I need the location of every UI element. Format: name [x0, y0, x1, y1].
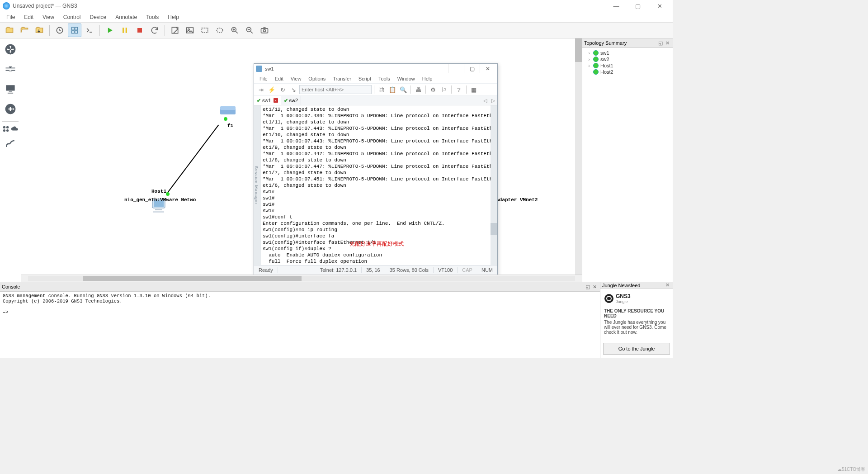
console-icon[interactable] [83, 24, 96, 37]
menu-edit[interactable]: Edit [19, 13, 38, 21]
close-button[interactable]: ✕ [649, 0, 670, 12]
menu-annotate[interactable]: Annotate [111, 13, 142, 21]
note-icon[interactable] [168, 24, 182, 37]
menu-file[interactable]: File [2, 13, 19, 21]
endhost-icon[interactable] [1, 80, 19, 98]
go-to-jungle-button[interactable]: Go to the Jungle [603, 343, 670, 355]
open-project-icon[interactable] [18, 24, 31, 37]
image-icon[interactable] [183, 24, 197, 37]
quick-connect-icon[interactable]: ⚡ [267, 85, 277, 95]
zoom-in-icon[interactable] [228, 24, 241, 37]
session-manager-sidebar[interactable]: Session Manager [254, 105, 261, 265]
console-header[interactable]: Console ◱ ✕ [0, 282, 600, 292]
tree-item-host1[interactable]: ›Host1 [583, 62, 672, 69]
reload-all-icon[interactable] [148, 24, 161, 37]
help-icon[interactable]: ? [454, 85, 464, 95]
news-header[interactable]: Jungle Newsfeed ✕ [600, 282, 673, 289]
screenshot-icon[interactable] [258, 24, 271, 37]
terminal-output[interactable]: et1/12, changed state to down *Mar 1 00:… [261, 105, 491, 265]
toggle-icon[interactable]: ▦ [469, 85, 479, 95]
browse-devices-icon[interactable] [2, 125, 10, 133]
print-icon[interactable]: 🖶 [413, 85, 423, 95]
router-icon[interactable] [1, 40, 19, 58]
tab-sw1[interactable]: ✔sw1× [254, 96, 281, 105]
menu-control[interactable]: Control [59, 13, 85, 21]
terminal-statusbar: Ready Telnet: 127.0.0.1 35, 16 35 Rows, … [254, 265, 497, 275]
options-icon[interactable]: ⚙ [428, 85, 438, 95]
show-interface-icon[interactable] [68, 24, 81, 37]
expand-icon[interactable]: › [587, 57, 591, 62]
terminal-close-button[interactable]: ✕ [480, 64, 495, 73]
term-menu-file[interactable]: File [256, 76, 271, 81]
pause-all-icon[interactable] [118, 24, 132, 37]
terminal-maximize-button[interactable]: ▢ [464, 64, 480, 73]
panel-undock-icon[interactable]: ◱ [657, 40, 664, 46]
expand-icon[interactable]: › [587, 50, 591, 56]
switch-device-icon[interactable] [220, 105, 236, 117]
term-menu-options[interactable]: Options [305, 76, 329, 81]
panel-close-icon[interactable]: ✕ [591, 284, 598, 290]
zoom-out-icon[interactable] [243, 24, 256, 37]
disconnect-icon[interactable]: ↘ [288, 85, 298, 95]
panel-undock-icon[interactable]: ◱ [584, 284, 591, 290]
rectangle-icon[interactable] [198, 24, 212, 37]
panel-close-icon[interactable]: ✕ [664, 40, 671, 46]
tab-next-icon[interactable]: ▷ [489, 98, 497, 104]
tree-item-sw2[interactable]: ›sw2 [583, 56, 672, 62]
cloud-icon[interactable] [11, 125, 19, 133]
canvas-scroll-h[interactable] [21, 275, 582, 282]
terminal-minimize-button[interactable]: — [448, 64, 464, 73]
term-menu-tools[interactable]: Tools [375, 76, 394, 81]
canvas-scroll-v[interactable] [575, 38, 582, 275]
ellipse-icon[interactable] [213, 24, 226, 37]
maximize-button[interactable]: ▢ [627, 0, 648, 12]
host1-label: Host1 [151, 189, 166, 194]
term-menu-edit[interactable]: Edit [271, 76, 287, 81]
tree-item-host2[interactable]: Host2 [583, 69, 672, 75]
link-line[interactable] [166, 125, 219, 194]
session-manager-icon[interactable]: ⇥ [256, 85, 266, 95]
expand-icon[interactable] [587, 69, 591, 75]
tab-close-icon[interactable]: × [274, 98, 278, 103]
tree-label: sw2 [600, 57, 609, 62]
terminal-titlebar[interactable]: sw1 — ▢ ✕ [254, 64, 497, 74]
host-input[interactable] [299, 85, 372, 94]
security-icon[interactable] [1, 100, 19, 118]
bottom-dock: Console ◱ ✕ GNS3 management console. Run… [0, 282, 673, 358]
new-project-icon[interactable] [3, 24, 16, 37]
panel-header[interactable]: Topology Summary ◱ ✕ [582, 38, 673, 48]
terminal-scrollbar[interactable] [491, 105, 497, 265]
menu-tools[interactable]: Tools [142, 13, 163, 21]
minimize-button[interactable]: — [606, 0, 627, 12]
link-tool-icon[interactable] [1, 135, 19, 153]
expand-icon[interactable]: › [587, 63, 591, 68]
start-all-icon[interactable] [103, 24, 117, 37]
term-menu-script[interactable]: Script [355, 76, 375, 81]
tab-prev-icon[interactable]: ◁ [481, 98, 489, 104]
panel-close-icon[interactable]: ✕ [664, 282, 671, 288]
switch-icon[interactable] [1, 60, 19, 78]
term-menu-transfer[interactable]: Transfer [329, 76, 355, 81]
console-title: Console [2, 284, 584, 289]
tab-sw2[interactable]: ✔sw2 [281, 96, 302, 105]
term-menu-view[interactable]: View [287, 76, 305, 81]
save-project-icon[interactable] [33, 24, 46, 37]
menu-device[interactable]: Device [85, 13, 111, 21]
paste-icon[interactable]: 📋 [387, 85, 397, 95]
term-menu-help[interactable]: Help [419, 76, 436, 81]
tree-item-sw1[interactable]: ›sw1 [583, 50, 672, 56]
copy-icon[interactable]: ⿻ [377, 85, 387, 95]
tree-label: sw1 [600, 50, 609, 56]
topology-canvas[interactable]: f1 Host1 nio_gen_eth:VMware Netwo etwork… [21, 38, 582, 275]
stop-all-icon[interactable] [133, 24, 146, 37]
menu-view[interactable]: View [38, 13, 59, 21]
console-output[interactable]: GNS3 management console. Running GNS3 ve… [0, 292, 600, 358]
svg-rect-18 [6, 85, 14, 90]
find-icon[interactable]: 🔍 [398, 85, 408, 95]
window-title: Unsaved project* — GNS3 [13, 3, 606, 9]
term-menu-window[interactable]: Window [394, 76, 419, 81]
reconnect-icon[interactable]: ↻ [278, 85, 288, 95]
menu-help[interactable]: Help [163, 13, 184, 21]
snapshot-icon[interactable] [53, 24, 66, 37]
session-options-icon[interactable]: ⚐ [439, 85, 449, 95]
